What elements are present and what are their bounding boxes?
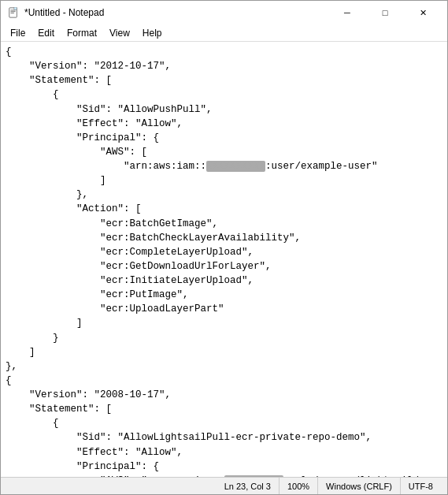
svg-rect-3 [11,13,14,13]
status-bar: Ln 23, Col 3 100% Windows (CRLF) UTF-8 [1,477,447,494]
line-ending: Windows (CRLF) [317,478,400,494]
minimize-button[interactable]: ─ [329,1,365,24]
menu-format[interactable]: Format [61,26,103,40]
redacted-text: XXXXXXXXXX [206,161,265,172]
title-bar-left: *Untitled - Notepad [7,6,104,19]
text-editor[interactable]: { "Version": "2012-10-17", "Statement": … [1,42,447,477]
maximize-button[interactable]: □ [367,1,403,24]
menu-help[interactable]: Help [136,26,168,40]
menu-bar: File Edit Format View Help [1,24,447,42]
svg-rect-2 [11,11,16,12]
zoom-level: 100% [279,478,317,494]
close-button[interactable]: ✕ [405,1,441,24]
window-title: *Untitled - Notepad [24,7,104,18]
window-controls: ─ □ ✕ [329,1,441,24]
menu-view[interactable]: View [103,26,136,40]
menu-file[interactable]: File [4,26,31,40]
cursor-position: Ln 23, Col 3 [217,478,279,494]
encoding: UTF-8 [400,478,441,494]
notepad-window: *Untitled - Notepad ─ □ ✕ File Edit Form… [0,0,448,495]
notepad-icon [7,6,20,19]
menu-edit[interactable]: Edit [31,26,61,40]
svg-rect-4 [14,7,17,10]
title-bar: *Untitled - Notepad ─ □ ✕ [1,1,447,24]
